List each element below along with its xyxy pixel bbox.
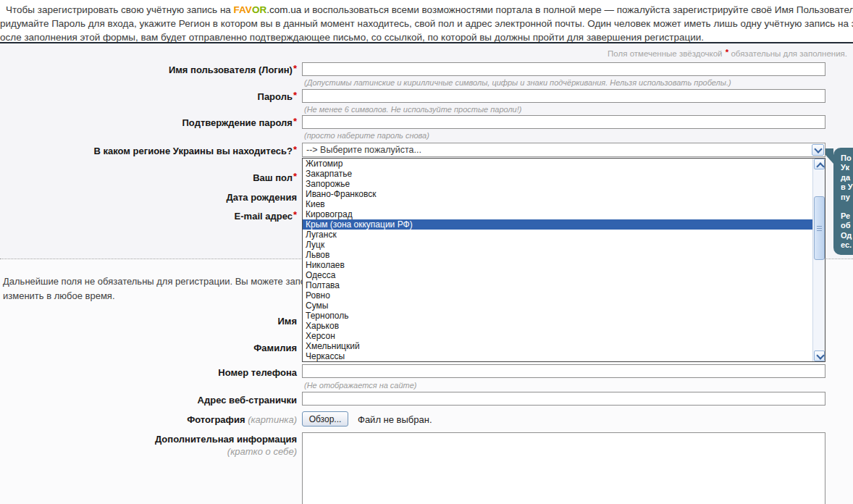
password-label: Пароль*	[0, 91, 297, 102]
optional-intro-line-1: Дальнейшие поля не обязательны для регис…	[3, 276, 311, 287]
tooltip-line: пу	[833, 193, 853, 202]
scrollbar-grip-icon	[817, 226, 822, 231]
tooltip-line: об	[833, 221, 853, 230]
required-note-pre: Поля отмеченные звёздочкой	[608, 49, 725, 58]
browse-file-button[interactable]: Обзор...	[302, 411, 348, 427]
about-note: (кратко о себе)	[0, 446, 297, 457]
region-option[interactable]: Черкассы	[303, 351, 812, 361]
region-option[interactable]: Харьков	[303, 321, 812, 331]
about-textarea[interactable]	[302, 432, 825, 504]
tooltip-line: да	[833, 173, 853, 182]
region-select-arrow-button[interactable]	[812, 144, 824, 156]
birthdate-label: Дата рождения	[0, 192, 297, 203]
required-note-post: обязательны для заполнения.	[728, 49, 847, 58]
region-option[interactable]: Николаев	[303, 260, 812, 270]
brand-domain: .com.ua	[266, 4, 301, 15]
tooltip-text: По Ук да в У пу Ре об Од ес.	[833, 154, 853, 251]
password-confirm-label-text: Подтверждение пароля	[182, 117, 293, 128]
password-required-star: *	[293, 90, 297, 101]
region-select-value: --> Выберите пожалуйста...	[306, 145, 421, 155]
scrollbar-down-button[interactable]	[814, 350, 825, 361]
tooltip-line: Од	[833, 231, 853, 240]
photo-note-text: (картинка)	[248, 414, 297, 425]
region-option[interactable]: Херсон	[303, 331, 812, 341]
password-hint: (Не менее 6 символов. Не используйте про…	[304, 105, 521, 114]
file-status-text: Файл не выбран.	[358, 414, 432, 425]
region-option[interactable]: Ровно	[303, 290, 812, 301]
region-option[interactable]: Закарпатье	[303, 169, 812, 179]
email-label: E-mail адрес*	[0, 211, 297, 222]
photo-label-text: Фотография	[187, 414, 245, 425]
brand-fav: FAV	[234, 4, 252, 15]
region-label: В каком регионе Украины вы находитесь?*	[0, 146, 297, 156]
last-name-label: Фамилия	[0, 343, 297, 353]
dropdown-scrollbar[interactable]	[812, 159, 825, 361]
website-input[interactable]	[302, 392, 825, 406]
first-name-label: Имя	[0, 316, 297, 327]
email-required-star: *	[293, 209, 297, 220]
password-confirm-input[interactable]	[302, 115, 825, 129]
region-option[interactable]: Житомир	[303, 159, 812, 169]
phone-input[interactable]	[302, 364, 825, 378]
username-input[interactable]	[302, 62, 825, 76]
phone-label: Номер телефона	[0, 367, 297, 378]
chevron-down-icon	[816, 351, 824, 359]
about-label: Дополнительная информация	[0, 434, 297, 445]
scrollbar-up-button[interactable]	[814, 159, 825, 169]
username-label: Имя пользователя (Логин)*	[0, 64, 297, 75]
region-option[interactable]: Запорожье	[303, 179, 812, 189]
tooltip-line	[833, 202, 853, 211]
required-fields-note: Поля отмеченные звёздочкой * обязательны…	[608, 49, 847, 58]
region-option[interactable]: Киев	[303, 199, 812, 209]
chevron-up-icon	[816, 162, 824, 170]
tooltip-line: Ук	[833, 163, 853, 172]
intro-line-1: Чтобы зарегистрировать свою учётную запи…	[0, 3, 853, 17]
region-option[interactable]: Львов	[303, 250, 812, 260]
region-dropdown-list: Житомир Закарпатье Запорожье Ивано-Франк…	[302, 158, 825, 362]
region-option[interactable]: Одесса	[303, 270, 812, 280]
tooltip-line: По	[833, 154, 853, 163]
username-hint: (Допустимы латинские и кирилличные симво…	[304, 78, 731, 87]
tooltip-line: Ре	[833, 211, 853, 221]
region-option[interactable]: Сумы	[303, 301, 812, 311]
password-input[interactable]	[302, 89, 825, 103]
phone-hint: (Не отображается на сайте)	[304, 381, 417, 390]
username-required-star: *	[293, 63, 297, 74]
region-label-text: В каком регионе Украины вы находитесь?	[94, 146, 293, 156]
region-option[interactable]: Полтава	[303, 280, 812, 290]
region-option-selected[interactable]: Крым (зона оккупации РФ)	[303, 219, 812, 230]
gender-label: Ваш пол*	[0, 172, 297, 183]
region-select[interactable]: --> Выберите пожалуйста...	[302, 143, 825, 157]
optional-intro-line-2: изменить в любое время.	[3, 290, 115, 301]
required-note-star: *	[726, 48, 728, 56]
region-option[interactable]: Ивано-Франковск	[303, 189, 812, 199]
gender-label-text: Ваш пол	[253, 172, 293, 183]
username-label-text: Имя пользователя (Логин)	[169, 64, 293, 75]
favor-brand-link[interactable]: FAVOR.com.ua	[234, 4, 302, 15]
intro-line-2: ридумайте Пароль для входа, укажите Реги…	[0, 17, 853, 30]
intro-line1-post: и воспользоваться всеми возможностями по…	[301, 4, 853, 15]
gender-required-star: *	[293, 171, 297, 182]
region-required-star: *	[293, 144, 297, 155]
region-option[interactable]: Луцк	[303, 240, 812, 250]
region-option[interactable]: Кировоград	[303, 209, 812, 219]
region-option[interactable]: Хмельницкий	[303, 341, 812, 351]
region-option[interactable]: Луганск	[303, 230, 812, 240]
password-label-text: Пароль	[258, 91, 293, 102]
email-label-text: E-mail адрес	[235, 211, 293, 222]
password-confirm-label: Подтверждение пароля*	[0, 117, 297, 128]
password-confirm-hint: (просто наберите пароль снова)	[304, 131, 429, 140]
website-label: Адрес веб-странички	[0, 395, 297, 406]
region-option[interactable]: Тернополь	[303, 311, 812, 321]
photo-label-note: (картинка)	[245, 414, 297, 425]
brand-or: OR	[252, 4, 266, 15]
chevron-down-icon	[814, 145, 822, 153]
password-confirm-required-star: *	[293, 116, 297, 127]
photo-label: Фотография (картинка)	[0, 414, 297, 425]
intro-line1-pre: Чтобы зарегистрировать свою учётную запи…	[6, 4, 234, 15]
tooltip-line: ес.	[833, 240, 853, 250]
registration-page: { "intro": { "line1_pre": "Чтобы зарегис…	[0, 0, 853, 504]
scrollbar-thumb[interactable]	[814, 196, 825, 260]
tooltip-line: в У	[833, 182, 853, 192]
